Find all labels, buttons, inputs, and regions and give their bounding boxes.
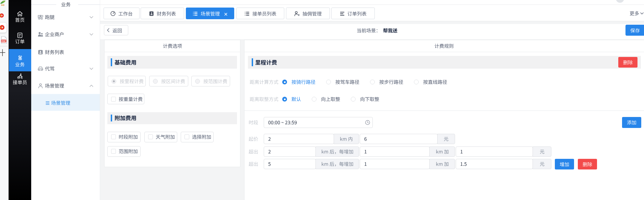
svg-text:PDF: PDF [2, 40, 6, 42]
